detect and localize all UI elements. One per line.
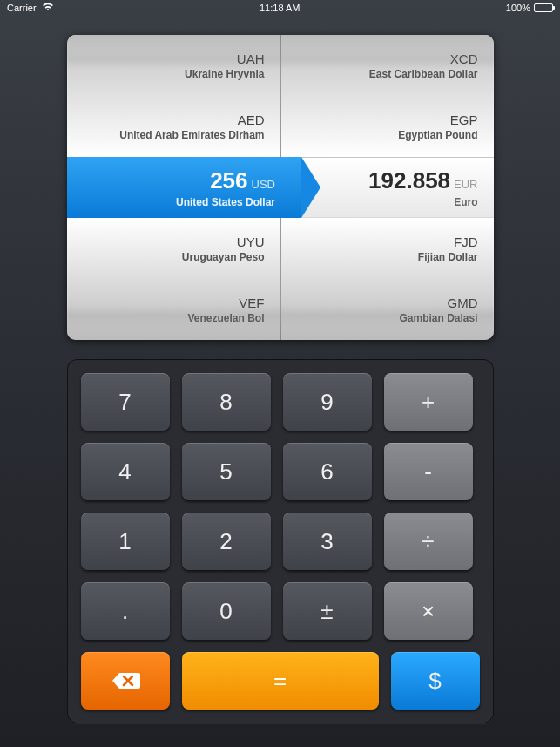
currency-name: Uruguayan Peso bbox=[182, 251, 265, 263]
key-divide[interactable]: ÷ bbox=[384, 513, 473, 570]
picker-item[interactable]: VEF Venezuelan Bol bbox=[67, 279, 280, 340]
key-delete[interactable] bbox=[81, 652, 170, 710]
currency-code: VEF bbox=[239, 295, 264, 310]
key-3[interactable]: 3 bbox=[283, 513, 372, 570]
key-currency[interactable]: $ bbox=[391, 652, 480, 710]
currency-name: Fijian Dollar bbox=[418, 251, 478, 263]
status-bar: Carrier 11:18 AM 100% bbox=[0, 0, 560, 16]
currency-name: East Caribbean Dollar bbox=[369, 68, 478, 80]
currency-code: EGP bbox=[450, 112, 478, 127]
currency-code: AED bbox=[238, 112, 265, 127]
backspace-icon bbox=[111, 671, 140, 690]
key-0[interactable]: 0 bbox=[182, 582, 271, 640]
key-decimal[interactable]: . bbox=[81, 582, 170, 640]
picker-item[interactable]: UYU Uruguayan Peso bbox=[67, 218, 280, 279]
picker-item[interactable]: XCD East Caribbean Dollar bbox=[281, 35, 494, 96]
to-code: EUR bbox=[454, 178, 477, 191]
currency-name: Venezuelan Bol bbox=[187, 312, 264, 324]
key-multiply[interactable]: × bbox=[384, 582, 473, 640]
key-8[interactable]: 8 bbox=[182, 373, 271, 431]
currency-picker: UAH Ukraine Hryvnia AED United Arab Emir… bbox=[67, 35, 494, 340]
key-9[interactable]: 9 bbox=[283, 373, 372, 431]
to-selection: 192.858 EUR Euro bbox=[301, 157, 494, 218]
picker-item[interactable]: FJD Fijian Dollar bbox=[281, 218, 494, 279]
key-equals[interactable]: = bbox=[182, 652, 379, 710]
key-4[interactable]: 4 bbox=[81, 443, 170, 500]
currency-code: XCD bbox=[450, 51, 478, 66]
picker-item[interactable]: AED United Arab Emirates Dirham bbox=[67, 96, 280, 157]
from-amount: 256 bbox=[210, 167, 247, 194]
currency-name: United Arab Emirates Dirham bbox=[119, 129, 264, 141]
picker-item[interactable]: EGP Egyptian Pound bbox=[281, 96, 494, 157]
battery-icon bbox=[534, 3, 553, 12]
to-name: Euro bbox=[454, 196, 477, 208]
key-plus[interactable]: + bbox=[384, 373, 473, 431]
currency-code: GMD bbox=[448, 295, 478, 310]
currency-name: Ukraine Hryvnia bbox=[185, 68, 264, 80]
from-selection: 256 USD United States Dollar bbox=[67, 157, 302, 218]
key-5[interactable]: 5 bbox=[182, 443, 271, 500]
currency-name: Gambian Dalasi bbox=[399, 312, 477, 324]
from-name: United States Dollar bbox=[176, 196, 275, 208]
key-6[interactable]: 6 bbox=[283, 443, 372, 500]
picker-item[interactable]: UAH Ukraine Hryvnia bbox=[67, 35, 280, 96]
picker-item[interactable]: GMD Gambian Dalasi bbox=[281, 279, 494, 340]
battery-percent: 100% bbox=[506, 3, 530, 13]
key-plusminus[interactable]: ± bbox=[283, 582, 372, 640]
currency-code: UYU bbox=[237, 234, 265, 249]
from-code: USD bbox=[252, 178, 275, 191]
currency-name: Egyptian Pound bbox=[398, 129, 477, 141]
key-1[interactable]: 1 bbox=[81, 513, 170, 570]
currency-code: FJD bbox=[454, 234, 478, 249]
carrier-label: Carrier bbox=[7, 3, 37, 13]
key-2[interactable]: 2 bbox=[182, 513, 271, 570]
currency-code: UAH bbox=[237, 51, 265, 66]
wifi-icon bbox=[42, 3, 54, 13]
selection-band: 256 USD United States Dollar 192.858 EUR… bbox=[67, 157, 494, 218]
key-minus[interactable]: - bbox=[384, 443, 473, 500]
clock: 11:18 AM bbox=[260, 3, 300, 13]
key-7[interactable]: 7 bbox=[81, 373, 170, 431]
keypad: 7 8 9 + 4 5 6 - 1 2 3 ÷ . 0 ± × = $ bbox=[67, 359, 494, 723]
to-amount: 192.858 bbox=[368, 167, 450, 194]
